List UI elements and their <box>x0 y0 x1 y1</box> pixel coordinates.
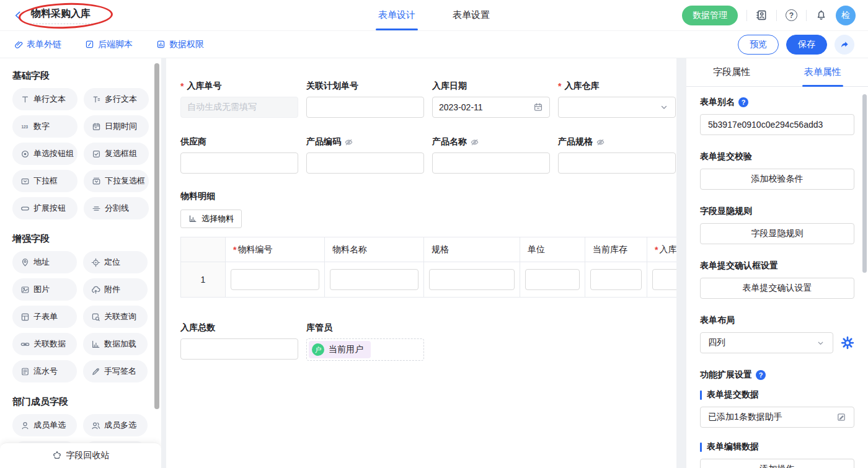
subform-icon <box>20 312 30 322</box>
canvas-field[interactable]: 库管员 户 当前用户 <box>306 322 424 361</box>
textarea-icon <box>92 95 101 104</box>
confirm-dialog-button[interactable]: 表单提交确认设置 <box>700 278 854 299</box>
member-tag[interactable]: 户 当前用户 <box>309 341 371 358</box>
field-type-members[interactable]: 成员多选 <box>83 414 148 436</box>
toolbar-link-backend-script[interactable]: 后端脚本 <box>85 39 133 50</box>
canvas-field[interactable]: 产品编码 <box>306 136 424 174</box>
field-type-datetime[interactable]: 日期时间 <box>84 115 149 138</box>
permission-icon <box>156 40 166 49</box>
material-table: *物料编号物料名称规格单位当前库存*入库数量 1 <box>180 237 676 298</box>
share-button[interactable] <box>835 35 854 55</box>
field-recycle-bin[interactable]: 字段回收站 <box>0 443 161 468</box>
canvas-field[interactable]: *入库单号自动生成无需填写 <box>180 81 298 118</box>
field-type-linkdata[interactable]: 关联数据 <box>12 333 77 355</box>
inbound-no-input[interactable]: 自动生成无需填写 <box>180 97 298 118</box>
back-icon[interactable] <box>12 10 24 21</box>
field-type-address[interactable]: 地址 <box>12 251 77 273</box>
detail-cell-input[interactable] <box>525 269 580 290</box>
inbound-total-input[interactable] <box>180 338 298 360</box>
field-label: 产品名称 <box>432 136 467 148</box>
accent-bar <box>700 391 702 400</box>
detail-cell-input[interactable] <box>330 269 418 290</box>
field-type-serial[interactable]: 流水号 <box>12 360 77 382</box>
detail-cell-input[interactable] <box>590 269 642 290</box>
product-name-input[interactable] <box>432 152 550 174</box>
field-type-subform[interactable]: 子表单 <box>12 306 77 328</box>
row-number-header <box>181 237 226 262</box>
gear-icon[interactable] <box>841 336 854 350</box>
related-plan-no-input[interactable] <box>306 97 424 118</box>
edit-icon[interactable] <box>836 412 846 422</box>
field-type-text[interactable]: 单行文本 <box>12 88 78 110</box>
avatar[interactable]: 检 <box>836 6 856 25</box>
supplier-input[interactable] <box>180 152 298 174</box>
field-type-locate[interactable]: 定位 <box>83 251 148 273</box>
contact-book-icon[interactable] <box>756 9 768 21</box>
canvas-field[interactable]: 入库总数 <box>180 322 298 361</box>
add-operation-button[interactable]: 添加操作 <box>700 459 854 468</box>
select-material-button[interactable]: 选择物料 <box>180 210 242 228</box>
field-type-dataload[interactable]: 数据加载 <box>83 333 148 355</box>
canvas-field[interactable]: 供应商 <box>180 136 298 174</box>
tab-form-settings[interactable]: 表单设置 <box>453 0 490 30</box>
layout-select[interactable]: 四列 <box>700 332 833 353</box>
required-asterisk: * <box>655 245 658 255</box>
field-type-number[interactable]: 123数字 <box>12 115 78 138</box>
page-title[interactable]: 物料采购入库 <box>30 6 93 24</box>
eye-off-icon <box>344 138 353 147</box>
add-validation-button[interactable]: 添加校验条件 <box>700 169 854 190</box>
field-type-radio[interactable]: 单选按钮组 <box>12 143 78 165</box>
form-alias-input[interactable] <box>700 114 854 135</box>
toolbar-link-form-external-link[interactable]: 表单外链 <box>14 39 61 50</box>
panel-scrollbar[interactable] <box>862 94 867 273</box>
question-icon[interactable] <box>738 97 748 107</box>
dataload-icon <box>91 340 100 349</box>
data-manage-button[interactable]: 数据管理 <box>682 6 738 25</box>
form-toolbar: 表单外链后端脚本数据权限 预览 保存 <box>0 31 868 58</box>
tab-form-properties[interactable]: 表单属性 <box>777 58 868 86</box>
field-type-signature[interactable]: 手写签名 <box>83 360 148 382</box>
sidebar-scrollbar[interactable] <box>154 63 159 409</box>
canvas-field[interactable]: 入库日期2023-02-11 <box>432 81 550 118</box>
field-type-member[interactable]: 成员单选 <box>12 414 77 436</box>
product-spec-input[interactable] <box>558 152 676 174</box>
field-type-textarea[interactable]: 多行文本 <box>84 88 149 110</box>
detail-cell-input[interactable] <box>429 269 515 290</box>
linkquery-icon <box>91 312 100 322</box>
svg-text:123: 123 <box>22 124 29 128</box>
field-visibility-button[interactable]: 字段显隐规则 <box>700 223 854 244</box>
detail-cell-input[interactable] <box>231 269 319 290</box>
warehouse-select[interactable] <box>558 97 676 118</box>
preview-button[interactable]: 预览 <box>738 35 779 55</box>
tab-form-design[interactable]: 表单设计 <box>378 0 415 30</box>
field-type-divider[interactable]: 分割线 <box>84 197 149 219</box>
field-type-attachment[interactable]: 附件 <box>83 278 148 301</box>
field-type-linkquery[interactable]: 关联查询 <box>83 306 148 328</box>
toolbar-link-data-permission[interactable]: 数据权限 <box>156 39 204 50</box>
help-icon[interactable]: ? <box>786 9 797 21</box>
canvas-field[interactable]: 关联计划单号 <box>306 81 424 118</box>
field-type-image[interactable]: 图片 <box>12 278 77 301</box>
row-number-cell: 1 <box>181 262 226 297</box>
header-right: 数据管理 ? 检 <box>682 6 856 25</box>
question-icon[interactable] <box>756 370 766 380</box>
canvas-field[interactable]: *入库仓库 <box>558 81 676 118</box>
table-cell <box>585 262 647 297</box>
data-assistant-box[interactable]: 已添加1条数据助手 <box>700 407 854 428</box>
keeper-member-picker[interactable]: 户 当前用户 <box>306 338 424 361</box>
member-avatar: 户 <box>312 343 324 356</box>
canvas-field[interactable]: 产品规格 <box>558 136 676 174</box>
canvas-field[interactable]: 产品名称 <box>432 136 550 174</box>
table-cell <box>520 262 585 297</box>
field-type-checkbox[interactable]: 复选框组 <box>84 143 149 165</box>
save-button[interactable]: 保存 <box>786 35 827 55</box>
inbound-date-input[interactable]: 2023-02-11 <box>432 97 550 118</box>
field-type-button[interactable]: 扩展按钮 <box>12 197 78 219</box>
bell-icon[interactable] <box>815 9 827 21</box>
subform-section: 物料明细 选择物料 *物料编号物料名称规格单位当前库存*入库数量 1 <box>180 191 676 298</box>
field-type-select[interactable]: 下拉框 <box>12 170 78 192</box>
tab-field-properties[interactable]: 字段属性 <box>686 58 777 86</box>
product-code-input[interactable] <box>306 152 424 174</box>
field-type-multiselect[interactable]: 下拉复选框 <box>84 170 149 192</box>
detail-cell-input[interactable] <box>652 269 676 290</box>
